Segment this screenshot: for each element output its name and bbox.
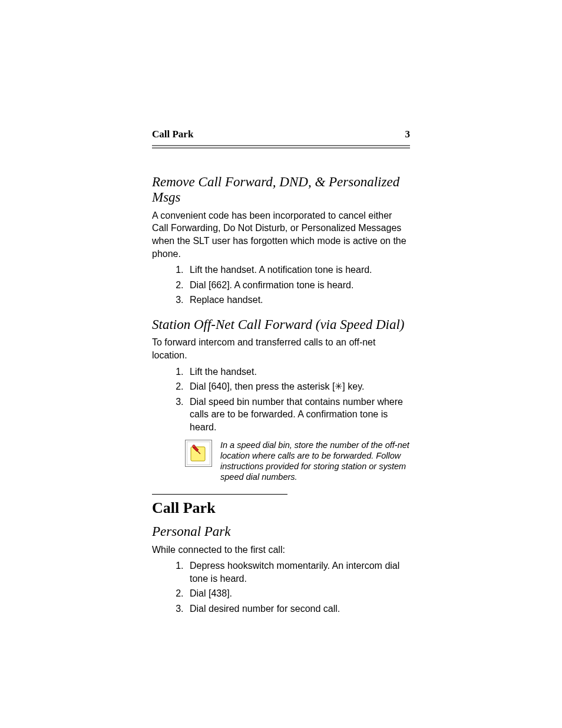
heading-call-park: Call Park bbox=[152, 499, 410, 517]
intro-remove-call-forward: A convenient code has been incorporated … bbox=[152, 209, 410, 260]
steps-personal-park: Depress hookswitch momentarily. An inter… bbox=[152, 559, 410, 615]
document-page: Call Park 3 Remove Call Forward, DND, & … bbox=[0, 0, 562, 728]
list-item: Lift the handset. A notification tone is… bbox=[186, 263, 410, 276]
heading-personal-park: Personal Park bbox=[152, 524, 410, 539]
list-item: Dial [438]. bbox=[186, 587, 410, 600]
intro-station-offnet: To forward intercom and transferred call… bbox=[152, 336, 410, 361]
note-text: In a speed dial bin, store the number of… bbox=[220, 440, 410, 483]
intro-personal-park: While connected to the first call: bbox=[152, 543, 410, 556]
list-item: Dial [662]. A confirmation tone is heard… bbox=[186, 279, 410, 292]
list-item: Replace handset. bbox=[186, 294, 410, 307]
running-header-pagenum: 3 bbox=[405, 129, 411, 140]
list-item: Depress hookswitch momentarily. An inter… bbox=[186, 559, 410, 585]
steps-station-offnet: Lift the handset. Dial [640], then press… bbox=[152, 365, 410, 434]
note-block: In a speed dial bin, store the number of… bbox=[185, 440, 410, 483]
running-header-left: Call Park bbox=[152, 129, 193, 140]
list-item: Dial speed bin number that contains numb… bbox=[186, 396, 410, 434]
list-item: Dial [640], then press the asterisk [✳] … bbox=[186, 380, 410, 393]
list-item: Dial desired number for second call. bbox=[186, 602, 410, 615]
section-rule bbox=[152, 494, 287, 495]
list-item: Lift the handset. bbox=[186, 365, 410, 378]
heading-remove-call-forward: Remove Call Forward, DND, & Personalized… bbox=[152, 174, 410, 206]
header-rule bbox=[152, 145, 410, 149]
note-pushpin-icon bbox=[185, 440, 212, 467]
svg-point-1 bbox=[193, 444, 195, 447]
running-header: Call Park 3 bbox=[152, 129, 410, 140]
steps-remove-call-forward: Lift the handset. A notification tone is… bbox=[152, 263, 410, 307]
heading-station-offnet: Station Off-Net Call Forward (via Speed … bbox=[152, 317, 410, 332]
